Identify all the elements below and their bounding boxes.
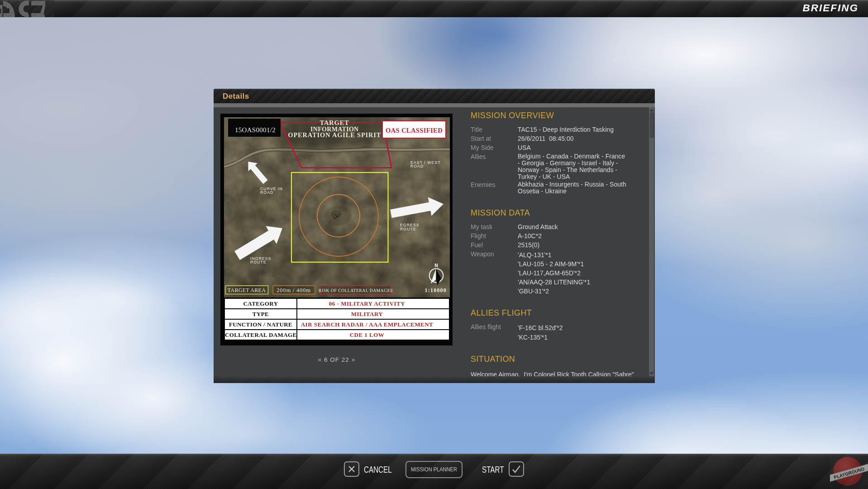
svg-text:15OAS0001/2: 15OAS0001/2 — [235, 126, 276, 134]
svg-text:TARGET: TARGET — [320, 119, 349, 126]
svg-text:ROAD: ROAD — [260, 190, 273, 195]
svg-text:200m / 400m: 200m / 400m — [277, 287, 310, 293]
svg-text:OPERATION AGILE SPIRIT: OPERATION AGILE SPIRIT — [288, 131, 381, 139]
svg-text:TARGET AREA: TARGET AREA — [228, 287, 266, 293]
svg-text:RISK OF COLLATERAL DAMAGES: RISK OF COLLATERAL DAMAGES — [319, 288, 393, 293]
svg-text:N: N — [434, 263, 438, 268]
svg-text:1:10000: 1:10000 — [425, 287, 447, 293]
svg-text:ROAD: ROAD — [410, 164, 424, 168]
svg-text:OAS CLASSIFIED: OAS CLASSIFIED — [386, 127, 443, 134]
svg-text:ROUTE: ROUTE — [250, 260, 267, 264]
svg-text:ROUTE: ROUTE — [400, 227, 416, 231]
